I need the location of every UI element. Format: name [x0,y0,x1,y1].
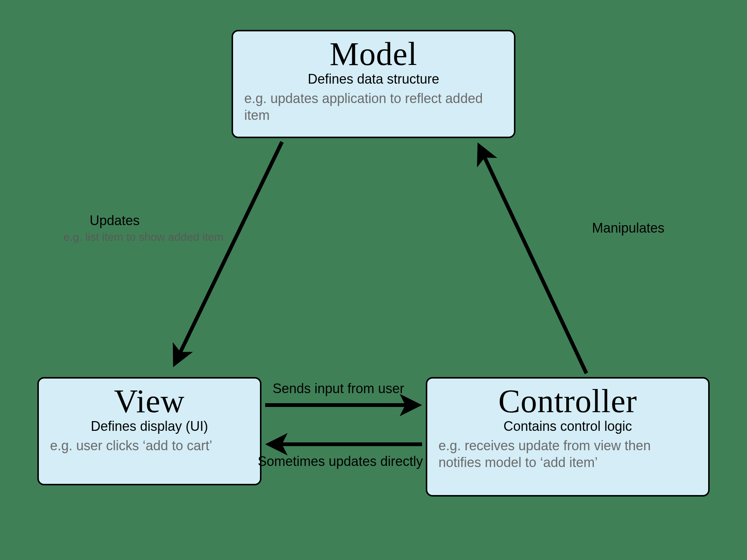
label-manipulates: Manipulates [592,220,664,236]
label-sometimes-updates: Sometimes updates directly [258,454,423,469]
node-view: View Defines display (UI) e.g. user clic… [37,377,261,485]
model-example: e.g. updates application to reflect adde… [233,90,514,131]
arrow-model-to-view [176,142,282,362]
arrow-controller-to-model [480,147,586,373]
model-subtitle: Defines data structure [233,71,514,87]
controller-title: Controller [427,382,708,420]
view-example: e.g. user clicks ‘add to cart’ [39,437,260,461]
label-updates: Updates [90,213,140,228]
view-title: View [39,382,260,420]
label-sends-input: Sends input from user [273,381,404,396]
node-model: Model Defines data structure e.g. update… [232,30,515,138]
controller-subtitle: Contains control logic [427,419,708,434]
model-title: Model [233,35,514,73]
label-updates-sub: e.g. list item to show added item [63,231,224,243]
node-controller: Controller Contains control logic e.g. r… [426,377,710,497]
controller-example: e.g. receives update from view then noti… [427,437,708,478]
view-subtitle: Defines display (UI) [39,419,260,434]
